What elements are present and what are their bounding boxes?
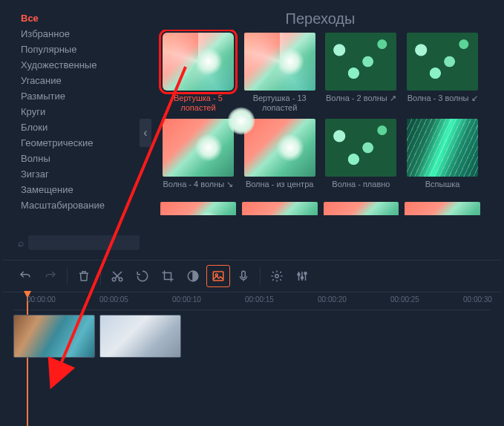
search-input[interactable]	[28, 235, 140, 250]
category-item[interactable]: Геометрические	[18, 135, 137, 151]
ruler-tick: 00:00:00	[27, 295, 56, 304]
color-adjust-button[interactable]	[181, 265, 205, 287]
ruler-tick: 00:00:15	[245, 295, 274, 304]
category-item[interactable]: Зигзаг	[18, 166, 137, 182]
transition-thumb-partial[interactable]	[324, 202, 399, 215]
toolbar	[3, 260, 501, 292]
collapse-sidebar-button[interactable]: ‹	[140, 119, 151, 147]
transition-thumb[interactable]: Волна - 2 волны ↗	[324, 33, 399, 113]
timeline[interactable]: 00:00:0000:00:0500:00:1000:00:1500:00:20…	[3, 292, 501, 423]
category-item[interactable]: Круги	[18, 104, 137, 119]
chevron-left-icon: ‹	[143, 126, 147, 140]
category-item[interactable]: Популярные	[18, 42, 137, 57]
transition-preview	[163, 119, 234, 177]
time-ruler[interactable]: 00:00:0000:00:0500:00:1000:00:1500:00:20…	[13, 292, 491, 310]
transition-preview	[407, 119, 478, 177]
transition-thumb[interactable]: Вертушка - 13 лопастей	[242, 33, 318, 113]
category-sidebar: ВсеИзбранноеПопулярныеХудожественныеУгас…	[18, 10, 137, 255]
svg-point-1	[119, 278, 122, 281]
transition-label: Волна - 2 волны ↗	[326, 94, 396, 113]
transition-label: Вертушка - 5 лопастей	[160, 94, 236, 113]
transition-preview	[244, 119, 315, 177]
transition-label: Волна - 3 волны ↙	[408, 94, 478, 113]
transition-thumb-partial[interactable]	[242, 202, 318, 215]
category-item[interactable]: Избранное	[18, 26, 137, 42]
settings-button[interactable]	[265, 265, 289, 287]
ruler-tick: 00:00:20	[318, 295, 347, 304]
transition-thumb[interactable]: Волна - плавно	[324, 119, 399, 199]
crop-button[interactable]	[156, 265, 180, 287]
transition-thumb-partial[interactable]	[405, 202, 480, 215]
svg-point-0	[112, 278, 116, 281]
transition-thumb-partial[interactable]: ♡	[160, 202, 236, 215]
svg-rect-5	[242, 271, 246, 278]
transition-thumb[interactable]: Волна - 4 волны ↘	[160, 119, 236, 199]
category-item[interactable]: Художественные	[18, 57, 137, 73]
redo-button[interactable]	[39, 265, 62, 287]
transition-thumb[interactable]: Волна - 3 волны ↙	[405, 33, 480, 113]
category-item[interactable]: Волны	[18, 151, 137, 166]
transition-thumb[interactable]: Волна - из центра	[242, 119, 318, 199]
cut-button[interactable]	[105, 265, 129, 287]
transition-preview	[325, 119, 396, 177]
svg-point-8	[301, 277, 304, 279]
transition-label: Волна - плавно	[332, 180, 390, 199]
category-item[interactable]: Угасание	[18, 73, 137, 88]
panel-title: Переходы	[154, 10, 486, 30]
ruler-tick: 00:00:25	[390, 295, 419, 304]
equalizer-button[interactable]	[290, 265, 314, 287]
ruler-tick: 00:00:30	[463, 295, 492, 304]
ruler-tick: 00:00:10	[172, 295, 201, 304]
video-track[interactable]	[13, 310, 491, 362]
clip-2[interactable]	[99, 315, 181, 358]
ruler-tick: 00:00:05	[99, 295, 128, 304]
transition-thumb[interactable]: Вертушка - 5 лопастей	[160, 33, 236, 113]
category-item[interactable]: Блоки	[18, 119, 137, 135]
clip-1[interactable]	[13, 315, 95, 358]
image-button[interactable]	[206, 265, 230, 287]
transition-label: Волна - из центра	[246, 180, 314, 199]
undo-button[interactable]	[13, 265, 37, 287]
transition-label: Волна - 4 волны ↘	[163, 180, 233, 199]
delete-button[interactable]	[72, 265, 96, 287]
category-item[interactable]: Все	[18, 10, 137, 26]
transition-preview	[244, 33, 315, 91]
transition-preview	[325, 33, 396, 91]
transition-label: Вертушка - 13 лопастей	[242, 94, 318, 113]
transition-label: Вспышка	[425, 180, 460, 199]
category-item[interactable]: Размытие	[18, 88, 137, 104]
svg-point-7	[298, 273, 300, 275]
svg-point-6	[275, 275, 279, 278]
category-item[interactable]: Масштабирование	[18, 197, 137, 213]
playhead[interactable]	[27, 292, 28, 426]
microphone-button[interactable]	[232, 265, 255, 287]
svg-rect-3	[213, 272, 223, 281]
rotate-button[interactable]	[131, 265, 154, 287]
search-icon: ⌕	[18, 237, 24, 249]
svg-point-9	[304, 272, 307, 275]
category-item[interactable]: Замещение	[18, 182, 137, 197]
transition-thumb[interactable]: Вспышка	[405, 119, 480, 199]
transition-preview	[407, 33, 478, 91]
transition-preview	[163, 33, 234, 91]
